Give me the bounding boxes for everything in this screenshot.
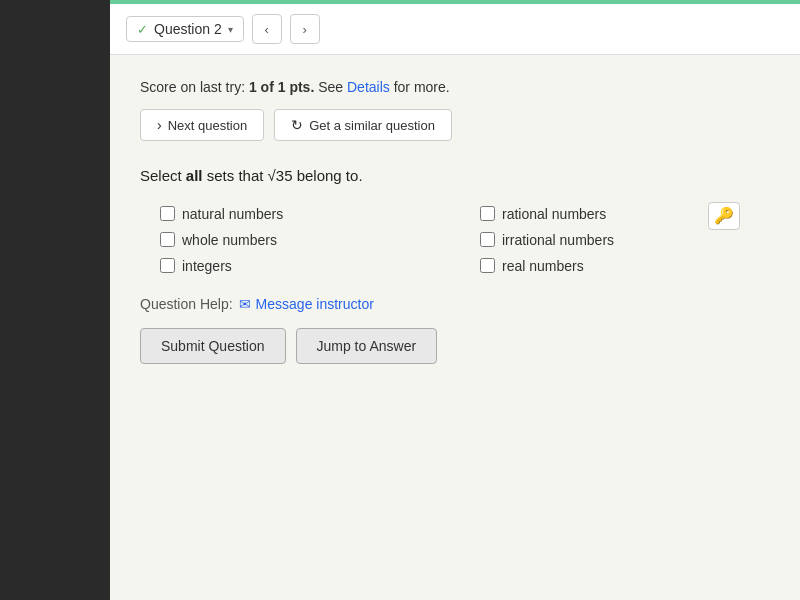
content-area: Score on last try: 1 of 1 pts. See Detai… [110,55,800,600]
bottom-buttons: Submit Question Jump to Answer [140,328,770,364]
checkbox-natural[interactable]: natural numbers [160,206,450,222]
checkmark-icon: ✓ [137,22,148,37]
next-question-label: Next question [168,118,248,133]
refresh-icon: ↻ [291,117,303,133]
email-icon: ✉ [239,296,251,312]
question-suffix: sets that √35 belong to. [203,167,363,184]
question-bold: all [186,167,203,184]
checkbox-integers[interactable]: integers [160,258,450,274]
left-panel [0,0,110,600]
main-content: ✓ Question 2 ▾ ‹ › Score on last try: 1 … [110,0,800,600]
question-label: Question 2 [154,21,222,37]
score-line: Score on last try: 1 of 1 pts. See Detai… [140,79,770,95]
checkbox-irrational[interactable]: irrational numbers [480,232,770,248]
next-question-button[interactable]: › [290,14,320,44]
checkbox-integers-label: integers [182,258,232,274]
next-icon: › [157,117,162,133]
jump-to-answer-button[interactable]: Jump to Answer [296,328,438,364]
checkbox-real[interactable]: real numbers [480,258,770,274]
details-link[interactable]: Details [347,79,390,95]
checkbox-integers-input[interactable] [160,258,175,273]
checkbox-real-label: real numbers [502,258,584,274]
checkbox-natural-input[interactable] [160,206,175,221]
checkbox-natural-label: natural numbers [182,206,283,222]
checkbox-irrational-input[interactable] [480,232,495,247]
score-prefix: Score on last try: [140,79,249,95]
checkboxes-grid: 🔑 natural numbers rational numbers whole… [140,206,770,274]
checkbox-real-input[interactable] [480,258,495,273]
checkbox-rational-label: rational numbers [502,206,606,222]
question-text: Select all sets that √35 belong to. [140,165,770,188]
message-instructor-label: Message instructor [256,296,374,312]
question-help: Question Help: ✉ Message instructor [140,296,770,312]
question-selector[interactable]: ✓ Question 2 ▾ [126,16,244,42]
checkbox-rational-input[interactable] [480,206,495,221]
chevron-down-icon: ▾ [228,24,233,35]
prev-question-button[interactable]: ‹ [252,14,282,44]
top-bar: ✓ Question 2 ▾ ‹ › [110,4,800,55]
score-suffix: See Details for more. [314,79,449,95]
checkbox-whole[interactable]: whole numbers [160,232,450,248]
score-value: 1 of 1 pts. [249,79,314,95]
key-icon-button[interactable]: 🔑 [708,202,740,230]
checkbox-whole-label: whole numbers [182,232,277,248]
checkbox-whole-input[interactable] [160,232,175,247]
question-help-label: Question Help: [140,296,233,312]
next-question-button[interactable]: › Next question [140,109,264,141]
checkbox-irrational-label: irrational numbers [502,232,614,248]
get-similar-label: Get a similar question [309,118,435,133]
message-instructor-link[interactable]: ✉ Message instructor [239,296,374,312]
question-prefix: Select [140,167,186,184]
get-similar-button[interactable]: ↻ Get a similar question [274,109,452,141]
submit-question-button[interactable]: Submit Question [140,328,286,364]
action-buttons: › Next question ↻ Get a similar question [140,109,770,141]
